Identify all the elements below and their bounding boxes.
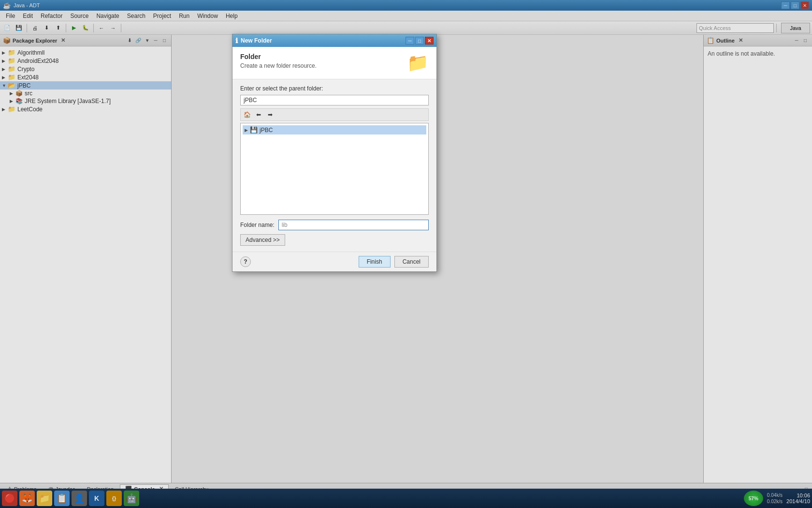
finish-button[interactable]: Finish bbox=[359, 256, 391, 268]
dialog-close-button[interactable]: ✕ bbox=[425, 37, 434, 45]
dialog-body: Enter or select the parent folder: 🏠 ⬅ ➡… bbox=[232, 79, 436, 252]
folder-name-row: Folder name: bbox=[240, 220, 429, 230]
dialog-footer: ? Finish Cancel bbox=[232, 252, 436, 271]
folder-name-label: Folder name: bbox=[240, 222, 275, 228]
dialog-header-title: Folder bbox=[240, 53, 317, 60]
dialog-maximize-button[interactable]: □ bbox=[415, 37, 424, 45]
dialog-header-folder-icon: 📁 bbox=[407, 53, 429, 73]
dialog-tree: ▶ 💾 jPBC bbox=[240, 123, 429, 215]
tree-toolbar-back[interactable]: ⬅ bbox=[253, 110, 264, 120]
dialog-title-icon: ℹ bbox=[235, 37, 238, 45]
folder-name-input[interactable] bbox=[278, 220, 429, 230]
new-folder-dialog: ℹ New Folder ─ □ ✕ Folder Create a new f… bbox=[232, 34, 437, 272]
advanced-button[interactable]: Advanced >> bbox=[240, 234, 285, 246]
tree-project-icon: 💾 bbox=[250, 126, 258, 134]
dialog-header: Folder Create a new folder resource. 📁 bbox=[232, 47, 436, 79]
dialog-tree-jpbc[interactable]: ▶ 💾 jPBC bbox=[243, 125, 426, 134]
dialog-minimize-button[interactable]: ─ bbox=[406, 37, 414, 45]
tree-toolbar-home[interactable]: 🏠 bbox=[242, 110, 252, 120]
help-button[interactable]: ? bbox=[240, 256, 251, 267]
cancel-button[interactable]: Cancel bbox=[394, 256, 429, 268]
dialog-overlay: ℹ New Folder ─ □ ✕ Folder Create a new f… bbox=[0, 0, 812, 508]
dialog-header-description: Create a new folder resource. bbox=[240, 62, 317, 69]
dialog-title: New Folder bbox=[241, 37, 272, 44]
parent-folder-input[interactable] bbox=[240, 95, 429, 105]
parent-folder-label: Enter or select the parent folder: bbox=[240, 85, 429, 92]
tree-toolbar-forward[interactable]: ➡ bbox=[265, 110, 276, 120]
dialog-content: Folder Create a new folder resource. 📁 E… bbox=[232, 47, 436, 271]
tree-expand-arrow: ▶ bbox=[245, 128, 248, 133]
dialog-tree-toolbar: 🏠 ⬅ ➡ bbox=[240, 108, 429, 121]
dialog-titlebar: ℹ New Folder ─ □ ✕ bbox=[232, 34, 436, 47]
tree-jpbc-label: jPBC bbox=[260, 127, 273, 134]
